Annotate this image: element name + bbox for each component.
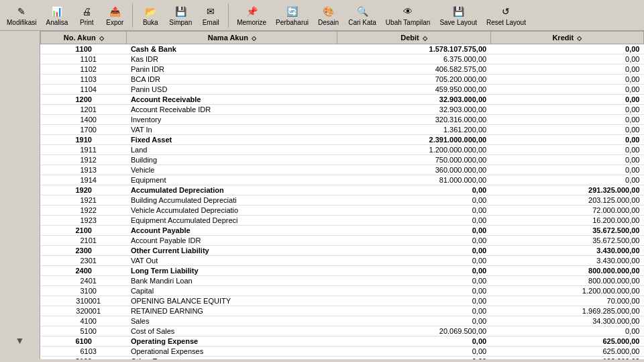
table-row: 2101Account Payable IDR0,0035.672.500,00 — [41, 236, 644, 246]
cell-nama-akun: Long Term Liability — [127, 266, 337, 276]
cell-no-akun: 1100 — [41, 44, 127, 54]
accounts-table: No. Akun ◇ Nama Akun ◇ Debit ◇ Kredit ◇ — [40, 31, 644, 359]
cell-no-akun: 2400 — [41, 266, 127, 276]
cell-nama-akun: OPENING BALANCE EQUITY — [127, 296, 337, 306]
cell-nama-akun: Operating Expense — [127, 336, 337, 347]
memorize-button[interactable]: 📌 Memorize — [234, 3, 269, 28]
sort-nama-icon: ◇ — [252, 35, 256, 42]
toolbar: ✎ Modifikasi 📊 Analisa 🖨 Print 📤 Expor 📂… — [0, 0, 644, 31]
cell-kredit: 123.000,00 — [490, 357, 643, 360]
expor-button[interactable]: 📤 Expor — [103, 3, 127, 28]
expor-icon: 📤 — [107, 4, 122, 19]
cell-no-akun: 8100 — [41, 357, 127, 360]
cell-kredit: 0,00 — [490, 135, 643, 145]
cell-debit: 32.903.000,00 — [337, 105, 490, 115]
cell-kredit: 0,00 — [490, 155, 643, 165]
print-icon: 🖨 — [79, 4, 94, 19]
cell-kredit: 800.000.000,00 — [490, 266, 643, 276]
table-row: 8100Other Expense0,00123.000,00 — [41, 357, 644, 360]
col-no-akun[interactable]: No. Akun ◇ — [41, 32, 127, 44]
cell-kredit: 1.200.000.000,00 — [490, 286, 643, 296]
reset-layout-button[interactable]: ↺ Reset Layout — [484, 3, 529, 28]
cell-nama-akun: Sales — [127, 316, 337, 326]
table-row: 5100Cost of Sales20.069.500,000,00 — [41, 326, 644, 336]
cell-kredit: 625.000,00 — [490, 347, 643, 357]
scroll-down-icon[interactable]: ▼ — [15, 335, 25, 346]
cell-debit: 0,00 — [337, 185, 490, 195]
cell-nama-akun: Account Receivable — [127, 95, 337, 105]
analisa-button[interactable]: 📊 Analisa — [43, 3, 70, 28]
cell-nama-akun: Account Receivable IDR — [127, 105, 337, 115]
table-row: 2401Bank Mandiri Loan0,00800.000.000,00 — [41, 276, 644, 286]
reset-layout-icon: ↺ — [498, 4, 513, 19]
save-layout-button[interactable]: 💾 Save Layout — [437, 3, 480, 28]
table-row: 6103Operational Expenses0,00625.000,00 — [41, 347, 644, 357]
cell-nama-akun: Building Accumulated Depreciati — [127, 195, 337, 206]
cell-kredit: 0,00 — [490, 326, 643, 336]
table-row: 1700VAT In1.361.200,000,00 — [41, 125, 644, 135]
simpan-button[interactable]: 💾 Simpan — [166, 3, 195, 28]
cell-no-akun: 320001 — [41, 306, 127, 316]
cell-debit: 0,00 — [337, 226, 490, 236]
col-kredit[interactable]: Kredit ◇ — [490, 32, 643, 44]
table-row: 1921Building Accumulated Depreciati0,002… — [41, 195, 644, 206]
table-row: 1101Kas IDR6.375.000,000,00 — [41, 54, 644, 64]
cell-debit: 20.069.500,00 — [337, 326, 490, 336]
table-row: 4100Sales0,0034.300.000,00 — [41, 316, 644, 326]
cell-no-akun: 2300 — [41, 246, 127, 256]
cari-kata-button[interactable]: 🔍 Cari Kata — [345, 3, 379, 28]
table-container[interactable]: No. Akun ◇ Nama Akun ◇ Debit ◇ Kredit ◇ — [40, 31, 644, 359]
desain-button[interactable]: 🎨 Desain — [315, 3, 341, 28]
cell-kredit: 0,00 — [490, 115, 643, 125]
cell-nama-akun: Account Payable IDR — [127, 236, 337, 246]
cell-nama-akun: Building — [127, 155, 337, 165]
modifikasi-button[interactable]: ✎ Modifikasi — [4, 3, 39, 28]
table-row: 1102Panin IDR406.582.575,000,00 — [41, 64, 644, 75]
cell-kredit: 291.325.000,00 — [490, 185, 643, 195]
table-row: 2400Long Term Liability0,00800.000.000,0… — [41, 266, 644, 276]
perbaharui-button[interactable]: 🔄 Perbaharui — [273, 3, 311, 28]
cell-nama-akun: Operational Expenses — [127, 347, 337, 357]
cell-debit: 81.000.000,00 — [337, 175, 490, 185]
print-button[interactable]: 🖨 Print — [74, 3, 99, 28]
ubah-tampilan-button[interactable]: 👁 Ubah Tampilan — [383, 3, 433, 28]
email-button[interactable]: ✉ Email — [199, 3, 223, 28]
cell-no-akun: 1914 — [41, 175, 127, 185]
cell-kredit: 625.000,00 — [490, 336, 643, 347]
cell-no-akun: 6100 — [41, 336, 127, 347]
cell-no-akun: 4100 — [41, 316, 127, 326]
cell-debit: 32.903.000,00 — [337, 95, 490, 105]
table-row: 2100Account Payable0,0035.672.500,00 — [41, 226, 644, 236]
main-content: ▼ No. Akun ◇ Nama Akun ◇ Debit ◇ — [0, 31, 644, 359]
cell-kredit: 3.430.000,00 — [490, 246, 643, 256]
col-nama-akun[interactable]: Nama Akun ◇ — [127, 32, 337, 44]
cell-nama-akun: Account Payable — [127, 226, 337, 236]
left-panel: ▼ — [0, 31, 40, 359]
cell-no-akun: 2101 — [41, 236, 127, 246]
cell-no-akun: 1910 — [41, 135, 127, 145]
table-row: 2301VAT Out0,003.430.000,00 — [41, 256, 644, 266]
cell-nama-akun: Inventory — [127, 115, 337, 125]
cell-debit: 1.361.200,00 — [337, 125, 490, 135]
cell-kredit: 0,00 — [490, 64, 643, 75]
analisa-icon: 📊 — [50, 4, 64, 19]
sort-no-icon: ◇ — [99, 35, 104, 42]
cell-nama-akun: RETAINED EARNING — [127, 306, 337, 316]
cell-kredit: 0,00 — [490, 175, 643, 185]
cell-no-akun: 310001 — [41, 296, 127, 306]
cell-debit: 750.000.000,00 — [337, 155, 490, 165]
cell-nama-akun: VAT Out — [127, 256, 337, 266]
col-debit[interactable]: Debit ◇ — [337, 32, 490, 44]
perbaharui-icon: 🔄 — [285, 4, 300, 19]
buka-button[interactable]: 📂 Buka — [138, 3, 162, 28]
cell-nama-akun: Cost of Sales — [127, 326, 337, 336]
table-row: 2300Other Current Liability0,003.430.000… — [41, 246, 644, 256]
table-row: 310001OPENING BALANCE EQUITY0,0070.000,0… — [41, 296, 644, 306]
table-row: 1923Equipment Accumulated Depreci0,0016.… — [41, 216, 644, 226]
cell-kredit: 35.672.500,00 — [490, 236, 643, 246]
cell-kredit: 0,00 — [490, 85, 643, 95]
cell-kredit: 800.000.000,00 — [490, 276, 643, 286]
cell-no-akun: 1912 — [41, 155, 127, 165]
table-row: 1914Equipment81.000.000,000,00 — [41, 175, 644, 185]
cell-kredit: 0,00 — [490, 44, 643, 54]
